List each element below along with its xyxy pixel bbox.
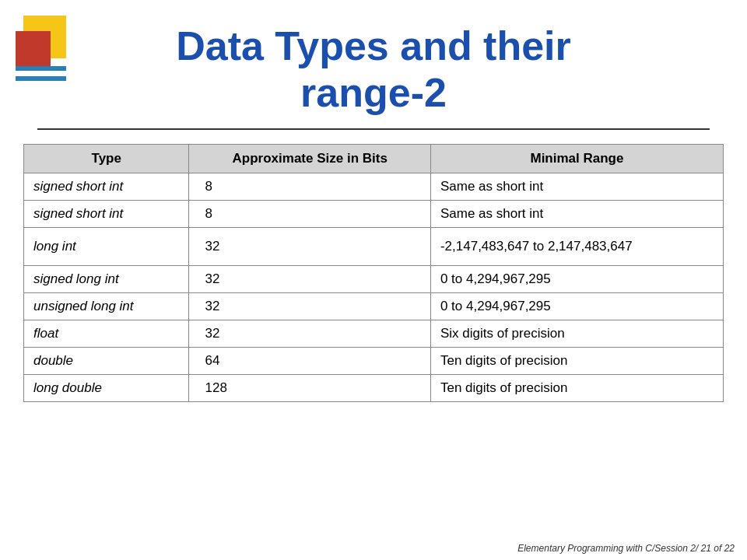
table-wrapper: Type Approximate Size in Bits Minimal Ra… xyxy=(0,144,747,402)
cell-range: -2,147,483,647 to 2,147,483,647 xyxy=(430,227,723,265)
table-row: float32Six digits of precision xyxy=(24,320,724,347)
cell-range: Ten digits of precision xyxy=(430,347,723,374)
cell-size: 32 xyxy=(189,320,430,347)
deco-blue-line-1 xyxy=(16,66,66,71)
table-row: signed long int320 to 4,294,967,295 xyxy=(24,265,724,292)
data-types-table: Type Approximate Size in Bits Minimal Ra… xyxy=(23,144,724,402)
deco-blue-line-2 xyxy=(16,76,66,81)
col-header-type: Type xyxy=(24,144,189,173)
cell-range: Ten digits of precision xyxy=(430,374,723,401)
title-line1: Data Types and their xyxy=(176,23,571,68)
cell-size: 128 xyxy=(189,374,430,401)
cell-range: Same as short int xyxy=(430,200,723,227)
slide-footer: Elementary Programming with C/Session 2/… xyxy=(517,543,735,554)
title-line2: range-2 xyxy=(300,70,447,115)
cell-type: signed long int xyxy=(24,265,189,292)
cell-type: long int xyxy=(24,227,189,265)
table-row: unsigned long int320 to 4,294,967,295 xyxy=(24,292,724,320)
table-row: double64Ten digits of precision xyxy=(24,347,724,374)
title-divider xyxy=(37,128,710,130)
cell-range: Six digits of precision xyxy=(430,320,723,347)
table-header-row: Type Approximate Size in Bits Minimal Ra… xyxy=(24,144,724,173)
cell-size: 8 xyxy=(189,173,430,200)
cell-size: 32 xyxy=(189,227,430,265)
cell-size: 32 xyxy=(189,292,430,320)
cell-size: 8 xyxy=(189,200,430,227)
cell-range: 0 to 4,294,967,295 xyxy=(430,292,723,320)
col-header-range: Minimal Range xyxy=(430,144,723,173)
cell-type: long double xyxy=(24,374,189,401)
cell-type: unsigned long int xyxy=(24,292,189,320)
col-header-size: Approximate Size in Bits xyxy=(189,144,430,173)
table-row: long double128Ten digits of precision xyxy=(24,374,724,401)
deco-red-block xyxy=(16,31,51,66)
table-row: signed short int8Same as short int xyxy=(24,173,724,200)
table-row: long int32-2,147,483,647 to 2,147,483,64… xyxy=(24,227,724,265)
cell-size: 64 xyxy=(189,347,430,374)
slide-title: Data Types and their range-2 xyxy=(0,0,747,128)
cell-range: Same as short int xyxy=(430,173,723,200)
table-row: signed short int8Same as short int xyxy=(24,200,724,227)
cell-range: 0 to 4,294,967,295 xyxy=(430,265,723,292)
cell-type: double xyxy=(24,347,189,374)
footer-text: Elementary Programming with C/Session 2/… xyxy=(517,543,735,554)
cell-type: float xyxy=(24,320,189,347)
decoration xyxy=(16,16,70,117)
cell-type: signed short int xyxy=(24,200,189,227)
slide-page: Data Types and their range-2 Type Approx… xyxy=(0,0,747,560)
cell-type: signed short int xyxy=(24,173,189,200)
cell-size: 32 xyxy=(189,265,430,292)
